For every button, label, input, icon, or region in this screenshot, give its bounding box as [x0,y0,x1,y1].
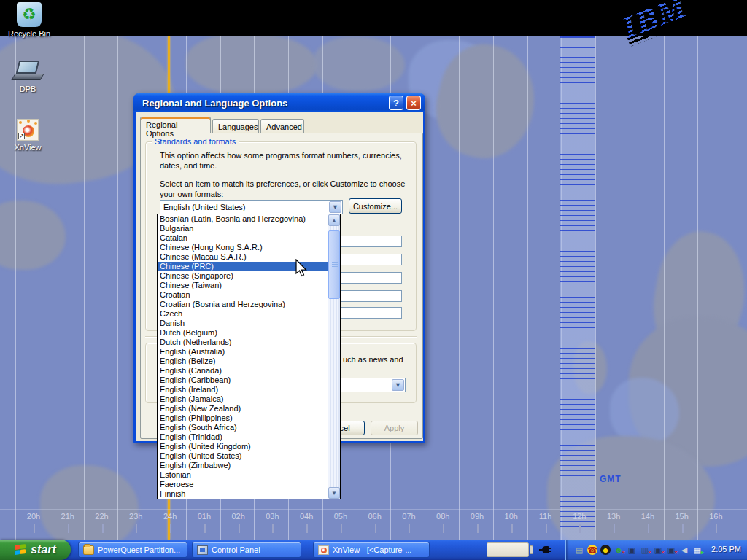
scroll-up-button[interactable]: ▲ [328,214,340,226]
desktop: GMT 20h21h22h23h24h01h02h03h04h05h06h07h… [0,0,747,560]
network-computers-icon[interactable]: ▣ [627,545,637,555]
taskbar-button-powerquest[interactable]: PowerQuest Partition... [78,542,187,558]
taskbar-button-control-panel[interactable]: Control Panel [192,542,301,558]
tab-advanced[interactable]: Advanced [260,119,304,133]
mouse-cursor [295,259,309,278]
language-option[interactable]: Estonian [158,470,328,480]
close-button[interactable]: × [406,96,421,110]
language-dropdown-list: Bosnian (Latin, Bosnia and Herzegovina)B… [157,214,341,499]
recycle-bin-icon: ♻ [17,2,42,27]
language-option[interactable]: Dutch (Belgium) [158,328,328,338]
network-disabled-icon[interactable]: ▣× [653,545,663,555]
language-option[interactable]: English (United States) [158,451,328,461]
language-option[interactable]: English (Jamaica) [158,394,328,404]
timezone-gridline [493,36,494,540]
language-option[interactable]: Chinese (Hong Kong S.A.R.) [158,243,328,252]
list-scrollbar[interactable]: ▲ ▼ [328,214,340,499]
icon-label: Recycle Bin [1,29,57,38]
language-option[interactable]: English (Caribbean) [158,376,328,385]
language-option[interactable]: English (New Zealand) [158,404,328,413]
language-option[interactable]: English (United Kingdom) [158,442,328,451]
deskband-box[interactable]: --- [487,542,529,557]
language-option[interactable]: Croatian (Bosnia and Herzegovina) [158,300,328,309]
timezone-label: 14h [635,512,660,521]
timezone-tick [341,524,342,533]
language-option[interactable]: English (Belize) [158,357,328,366]
dialog-titlebar[interactable]: Regional and Language Options ? × [133,93,425,112]
timezone-tick [272,524,274,533]
language-option[interactable]: English (Trinidad) [158,432,328,442]
performance-chart-icon[interactable]: ▥× [640,545,650,555]
chevron-down-icon[interactable]: ▼ [329,201,341,213]
taskbar-button-xnview[interactable]: XnView - [<Capture-... [313,542,430,558]
start-button[interactable]: start [0,540,71,560]
customize-button[interactable]: Customize... [349,198,402,214]
language-option[interactable]: Czech [158,309,328,319]
language-option[interactable]: Danish [158,319,328,328]
language-option[interactable]: Catalan [158,233,328,243]
language-option[interactable]: English (Zimbabwe) [158,461,328,470]
language-option[interactable]: Bosnian (Latin, Bosnia and Herzegovina) [158,214,328,224]
offline-users-icon[interactable]: ☻× [614,545,624,555]
phone-tools-icon[interactable]: ☎ [587,545,597,555]
deskband-handle[interactable] [530,545,533,554]
language-option[interactable]: Chinese (Taiwan) [158,281,328,290]
tab-languages[interactable]: Languages [212,119,259,133]
desktop-icon-dpb[interactable]: DPB [0,61,55,93]
language-list-items: Bosnian (Latin, Bosnia and Herzegovina)B… [158,214,328,499]
status-badge: × [622,550,625,556]
card-reader-icon[interactable]: ▤ [574,545,584,555]
language-option[interactable]: English (Ireland) [158,385,328,394]
xnview-icon: ↗ [17,119,39,141]
timezone-tick [477,524,479,533]
icon-label: XnView [0,143,55,152]
update-reminder-icon[interactable]: ◆ [600,545,611,555]
folder-icon [83,545,94,555]
timezone-tick [239,524,240,533]
task-button-label: PowerQuest Partition... [98,545,180,554]
tab-regional-options[interactable]: Regional Options [140,117,211,133]
language-option[interactable]: Bulgarian [158,224,328,233]
timezone-gridline [595,36,596,540]
timezone-tick [716,524,717,533]
timezone-tick [511,524,513,533]
group-label: Standards and formats [152,137,239,146]
taskbar-clock[interactable]: 2:05 PM [711,545,741,553]
language-option[interactable]: English (South Africa) [158,423,328,432]
timezone-gridline [630,36,630,540]
timezone-label: 21h [55,512,80,521]
chevron-down-icon[interactable]: ▼ [392,379,404,391]
language-option[interactable]: English (Philippines) [158,413,328,423]
scrollbar-thumb[interactable] [328,230,340,299]
timezone-label: 06h [363,512,387,521]
timezone-tick [34,524,35,533]
language-option[interactable]: Faeroese [158,480,328,489]
timezone-tick [102,524,104,533]
timezone-label: 04h [294,512,319,521]
timezone-tick [682,524,684,533]
help-button[interactable]: ? [389,96,403,110]
power-plug-icon [539,545,551,555]
timezone-gridline [664,36,665,540]
continent-hudson [186,36,317,95]
desktop-icon-xnview[interactable]: ↗ XnView [0,119,55,152]
language-option[interactable]: Finnish [158,489,328,499]
timezone-tick [306,524,308,533]
status-badge: × [648,550,651,556]
audio-disabled-icon[interactable]: ▣× [666,545,676,555]
timezone-label: 12h [567,512,592,521]
language-option[interactable]: Croatian [158,290,328,300]
timezone-gridline [697,36,698,540]
shortcut-arrow-badge: ↗ [18,133,25,139]
volume-icon[interactable]: ◀ [679,545,689,555]
format-combo[interactable]: English (United States) ▼ [160,200,343,214]
desktop-icon-recycle-bin[interactable]: ♻ Recycle Bin [1,2,57,38]
language-option[interactable]: English (Australia) [158,347,328,357]
timezone-label: 20h [21,512,46,521]
language-option[interactable]: English (Canada) [158,366,328,376]
timezone-tick [546,524,547,533]
language-option[interactable]: Dutch (Netherlands) [158,338,328,347]
display-settings-icon[interactable]: ▦▸ [692,545,703,555]
scroll-down-button[interactable]: ▼ [328,487,340,499]
timezone-gridline [732,36,732,540]
